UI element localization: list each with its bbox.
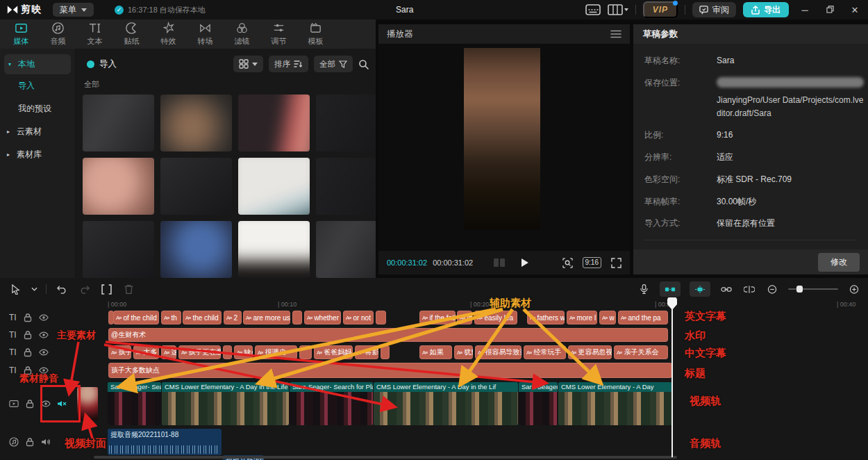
media-thumbnail[interactable] <box>238 221 310 278</box>
en-subtitles-clip[interactable]: A≡easily lea <box>474 311 517 325</box>
sort-button[interactable]: 排序 <box>269 56 308 72</box>
media-thumbnail[interactable] <box>238 158 310 215</box>
en-subtitles-clip[interactable]: A≡and the pa <box>618 311 668 325</box>
lock-icon[interactable] <box>23 347 33 357</box>
en-subtitles-clip[interactable]: A≡are more us <box>243 311 290 325</box>
media-thumbnail[interactable] <box>316 158 376 215</box>
zh-subtitles-clip[interactable]: A≡如果 <box>419 345 452 359</box>
media-thumbnail[interactable] <box>83 158 154 215</box>
en-subtitles-clip[interactable] <box>292 311 302 325</box>
window-close-button[interactable]: ✕ <box>846 4 864 16</box>
filter-button[interactable]: 全部 <box>314 56 353 72</box>
player-menu-icon[interactable] <box>610 30 621 38</box>
en-subtitles-clip[interactable]: A≡fathers w <box>527 311 565 325</box>
timeline-scrollbar[interactable] <box>94 456 677 459</box>
en-subtitles-clip[interactable]: A≡if the fath <box>419 311 456 325</box>
video-cover-thumbnail[interactable] <box>77 387 98 420</box>
eye-icon[interactable] <box>41 399 51 409</box>
media-thumbnail[interactable] <box>238 95 310 151</box>
en-subtitles-clip[interactable]: A≡th <box>457 311 472 325</box>
lock-icon[interactable] <box>23 330 33 340</box>
search-icon[interactable] <box>358 59 369 69</box>
eye-icon[interactable] <box>39 313 49 322</box>
media-thumbnail[interactable] <box>316 221 376 278</box>
shortcut-keyboard-icon[interactable] <box>585 4 601 15</box>
quality-icon[interactable] <box>494 258 505 267</box>
zh-subtitles-clip[interactable]: A≡亲子关系会 <box>614 345 668 359</box>
sidebar-item[interactable]: ▸素材库 <box>0 143 75 166</box>
speaker-icon[interactable] <box>41 437 51 447</box>
window-minimize-button[interactable]: ─ <box>796 4 814 16</box>
aspect-ratio-button[interactable]: 9:16 <box>583 257 601 268</box>
tab-templates[interactable]: 模板 <box>297 22 334 47</box>
audiotrack-icon[interactable] <box>9 437 19 447</box>
media-thumbnail[interactable] <box>83 95 154 151</box>
video-clip[interactable]: Sara Seager- Sea <box>108 382 161 425</box>
zh-subtitles-clip[interactable]: A≡经常玩手 <box>524 345 566 359</box>
preview-zoom-icon[interactable] <box>562 258 573 268</box>
watermark-clip[interactable]: @生财有术 <box>108 328 668 342</box>
import-button[interactable]: 导入 <box>83 58 121 71</box>
view-mode-button[interactable] <box>233 56 263 72</box>
play-button[interactable] <box>521 258 528 267</box>
media-thumbnail[interactable] <box>160 221 232 278</box>
text-track-icon[interactable]: TI <box>9 365 17 375</box>
zh-subtitles-clip[interactable] <box>223 345 232 359</box>
zh-subtitles-clip[interactable]: A≡大多 <box>133 345 159 359</box>
lock-icon[interactable] <box>23 365 33 375</box>
text-track-icon[interactable]: TI <box>9 330 17 340</box>
en-subtitles-clip[interactable]: A≡the child <box>183 311 222 325</box>
zh-subtitles-clip[interactable]: A≡很调皮 <box>255 345 297 359</box>
zh-subtitles-clip[interactable]: A≡很容易导致孩子 <box>475 345 521 359</box>
zh-subtitles-clip[interactable] <box>299 345 312 359</box>
media-thumbnail[interactable] <box>160 158 232 215</box>
en-subtitles-clip[interactable]: A≡th <box>161 311 181 325</box>
video-clip[interactable]: CMS Lower Elementary - A Day in the Lif <box>374 382 518 425</box>
video-preview[interactable] <box>464 48 540 230</box>
en-subtitles-clip[interactable]: A≡whether t <box>304 311 341 325</box>
tab-media[interactable]: 媒体 <box>3 22 40 47</box>
playhead-line[interactable] <box>671 299 673 457</box>
zh-subtitles-clip[interactable]: A≡犹豫 <box>454 345 473 359</box>
zh-subtitles-clip[interactable]: A≡更容易忽视和 <box>568 345 612 359</box>
video-clip[interactable]: Sara Seager- Search for Pla <box>290 382 373 425</box>
zh-subtitles-clip[interactable]: A≡孩子 <box>108 345 131 359</box>
zh-subtitles-clip[interactable]: A≡爸爸妈妈 <box>314 345 353 359</box>
export-button[interactable]: 导出 <box>743 2 789 17</box>
en-subtitles-clip[interactable]: A≡w <box>599 311 616 325</box>
vip-button[interactable]: VIP <box>643 1 678 18</box>
lock-icon[interactable] <box>25 437 35 447</box>
zh-subtitles-clip[interactable]: A≡将影 <box>355 345 378 359</box>
text-track-icon[interactable]: TI <box>9 347 17 357</box>
mute-icon[interactable] <box>57 399 67 409</box>
lock-icon[interactable] <box>23 313 33 322</box>
text-track-icon[interactable]: TI <box>9 313 17 322</box>
tab-filters[interactable]: 滤镜 <box>224 22 260 47</box>
zh-subtitles-clip[interactable]: A≡这 <box>161 345 176 359</box>
window-restore-button[interactable] <box>821 4 839 16</box>
video-clip[interactable]: CMS Lower Elementary - A Day in the Life <box>162 382 289 425</box>
zh-subtitles-clip[interactable] <box>381 345 390 359</box>
media-thumbnail[interactable] <box>160 95 232 151</box>
modify-button[interactable]: 修改 <box>818 253 860 272</box>
video-clip[interactable]: Sara Seager- <box>519 382 558 425</box>
media-thumbnail[interactable] <box>316 95 376 151</box>
sidebar-item[interactable]: 导入 <box>0 74 75 97</box>
media-thumbnail[interactable] <box>83 221 154 278</box>
sidebar-item[interactable]: ▸云素材 <box>0 120 75 143</box>
layout-switch-icon[interactable] <box>608 4 628 15</box>
video-clip[interactable]: CMS Lower Elementary - A Day <box>558 382 672 425</box>
zh-subtitles-clip[interactable]: A≡缺点 <box>234 345 253 359</box>
en-subtitles-clip[interactable]: A≡or not <box>343 311 374 325</box>
tab-sticker[interactable]: 贴纸 <box>113 22 150 47</box>
tab-transitions[interactable]: 转场 <box>187 22 224 47</box>
sidebar-item[interactable]: 我的预设 <box>0 97 75 120</box>
videotrack-icon[interactable] <box>9 399 19 409</box>
fullscreen-icon[interactable] <box>611 258 621 268</box>
eye-icon[interactable] <box>39 347 49 357</box>
menu-button[interactable]: 菜单 <box>53 3 94 17</box>
en-subtitles-clip[interactable]: A≡more l <box>567 311 597 325</box>
eye-icon[interactable] <box>39 330 49 340</box>
en-subtitles-clip[interactable]: A≡of the child <box>113 311 159 325</box>
tab-adjust[interactable]: 调节 <box>260 22 297 47</box>
